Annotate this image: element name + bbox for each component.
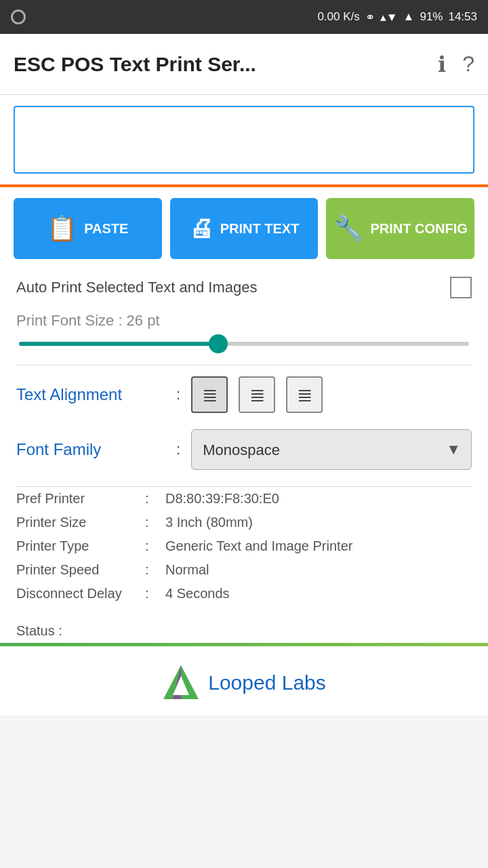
app-bar: ESC POS Text Print Ser... ℹ ? — [0, 34, 488, 95]
paste-label: PASTE — [84, 221, 128, 237]
pref-printer-key: Pref Printer — [16, 491, 145, 507]
looped-labs-logo — [162, 664, 200, 702]
disconnect-delay-key: Disconnect Delay — [16, 586, 145, 601]
app-bar-icons: ℹ ? — [438, 52, 474, 77]
printer-type-row: Printer Type : Generic Text and Image Pr… — [16, 534, 472, 558]
printer-speed-val: Normal — [165, 562, 209, 578]
printer-speed-row: Printer Speed : Normal — [16, 558, 472, 582]
printer-icon: 🖨 — [189, 214, 214, 243]
align-right-button[interactable]: ≣ — [286, 376, 323, 413]
disconnect-delay-sep: : — [145, 586, 165, 601]
auto-print-label: Auto Print Selected Text and Images — [16, 279, 439, 296]
align-right-icon: ≣ — [297, 384, 312, 406]
font-size-label: Print Font Size : 26 pt — [16, 312, 472, 330]
main-content: 📋 PASTE 🖨 PRINT TEXT 🔧 PRINT CONFIG Auto… — [0, 95, 488, 715]
status-bar: 0.00 K/s ⚭ ▴▼ ▲ 91% 14:53 — [0, 0, 488, 34]
printer-size-val: 3 Inch (80mm) — [165, 515, 253, 530]
printer-size-sep: : — [145, 515, 165, 530]
font-family-label: Font Family — [16, 440, 165, 459]
settings-section: Auto Print Selected Text and Images Prin… — [0, 270, 488, 470]
status-label: Status : — [16, 623, 62, 638]
auto-print-checkbox[interactable] — [450, 277, 472, 298]
align-center-button[interactable]: ≣ — [239, 376, 275, 413]
bluetooth-icon: ⚭ — [365, 10, 375, 24]
clock: 14:53 — [448, 10, 477, 24]
slider-container — [16, 336, 472, 365]
printer-speed-sep: : — [145, 562, 165, 578]
wrench-icon: 🔧 — [333, 214, 364, 243]
printer-size-key: Printer Size — [16, 515, 145, 530]
printer-type-sep: : — [145, 538, 165, 554]
green-divider — [0, 643, 488, 646]
auto-print-row: Auto Print Selected Text and Images — [16, 277, 472, 298]
font-family-colon: : — [176, 441, 180, 458]
signal-icon — [11, 9, 26, 24]
thin-divider-1 — [16, 365, 472, 366]
clipboard-icon: 📋 — [47, 214, 77, 243]
text-alignment-row: Text Alignment : ≣ ≣ ≣ — [16, 376, 472, 413]
align-left-button[interactable]: ≣ — [191, 376, 228, 413]
wifi-icon: ▴▼ — [380, 10, 398, 24]
status-right: 0.00 K/s ⚭ ▴▼ ▲ 91% 14:53 — [317, 10, 477, 24]
logo-container: Looped Labs — [162, 664, 326, 702]
print-config-button[interactable]: 🔧 PRINT CONFIG — [326, 198, 474, 259]
print-config-label: PRINT CONFIG — [371, 221, 468, 237]
text-area-section — [0, 95, 488, 176]
pref-printer-val: D8:80:39:F8:30:E0 — [165, 491, 279, 507]
brand-name: Looped Labs — [208, 671, 326, 694]
status-left — [11, 9, 26, 24]
align-left-icon: ≣ — [202, 384, 218, 406]
font-size-slider[interactable] — [19, 342, 469, 346]
paste-button[interactable]: 📋 PASTE — [14, 198, 162, 259]
disconnect-delay-val: 4 Seconds — [165, 586, 230, 601]
help-icon[interactable]: ? — [462, 52, 474, 77]
text-alignment-label: Text Alignment — [16, 385, 165, 404]
status-row: Status : — [0, 616, 488, 643]
print-text-label: PRINT TEXT — [220, 221, 300, 237]
font-family-select[interactable]: Monospace Sans Serif Serif Courier — [191, 429, 472, 470]
info-table: Pref Printer : D8:80:39:F8:30:E0 Printer… — [0, 487, 488, 616]
text-input[interactable] — [14, 106, 474, 174]
printer-type-key: Printer Type — [16, 538, 145, 554]
battery-level: 91% — [420, 10, 443, 24]
app-title: ESC POS Text Print Ser... — [14, 53, 438, 76]
print-text-button[interactable]: 🖨 PRINT TEXT — [170, 198, 319, 259]
network-speed: 0.00 K/s — [317, 10, 359, 24]
alignment-colon: : — [176, 386, 180, 403]
pref-printer-sep: : — [145, 491, 165, 507]
pref-printer-row: Pref Printer : D8:80:39:F8:30:E0 — [16, 487, 472, 511]
buttons-row: 📋 PASTE 🖨 PRINT TEXT 🔧 PRINT CONFIG — [0, 187, 488, 270]
printer-type-val: Generic Text and Image Printer — [165, 538, 352, 554]
printer-speed-key: Printer Speed — [16, 562, 145, 578]
align-center-icon: ≣ — [249, 384, 265, 406]
disconnect-delay-row: Disconnect Delay : 4 Seconds — [16, 582, 472, 606]
signal-bars-icon: ▲ — [403, 10, 415, 24]
footer: Looped Labs — [0, 657, 488, 715]
font-family-select-wrapper: Monospace Sans Serif Serif Courier ▼ — [191, 429, 472, 470]
font-family-row: Font Family : Monospace Sans Serif Serif… — [16, 429, 472, 470]
printer-size-row: Printer Size : 3 Inch (80mm) — [16, 511, 472, 534]
info-icon[interactable]: ℹ — [438, 52, 446, 77]
align-buttons: ≣ ≣ ≣ — [191, 376, 323, 413]
